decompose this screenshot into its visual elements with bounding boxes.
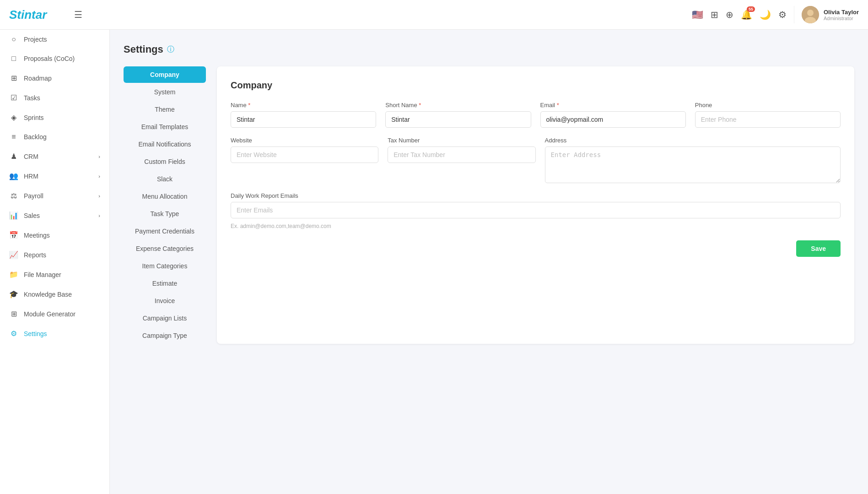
settings-nav-estimate[interactable]: Estimate [124, 275, 206, 292]
sidebar-item-label: Backlog [24, 133, 47, 141]
address-label: Address [545, 137, 841, 144]
page-title-row: Settings ⓘ [124, 43, 854, 55]
name-input[interactable] [231, 111, 376, 128]
phone-input[interactable] [695, 111, 841, 128]
sidebar-item-label: Payroll [24, 192, 43, 200]
daily-emails-label: Daily Work Report Emails [231, 192, 841, 199]
settings-icon: ⚙ [9, 329, 18, 338]
sidebar-item-label: Reports [24, 251, 46, 259]
main-layout: ○ Projects □ Proposals (CoCo) ⊞ Roadmap … [0, 30, 868, 494]
settings-nav: Company System Theme Email Templates Ema… [124, 66, 206, 344]
meetings-icon: 📅 [9, 231, 18, 239]
sidebar-item-label: Knowledge Base [24, 291, 72, 298]
avatar [802, 6, 819, 23]
address-input[interactable] [545, 147, 841, 183]
sidebar-item-label: File Manager [24, 271, 61, 278]
content-area: Settings ⓘ Company System Theme Email Te… [110, 30, 868, 494]
name-required: * [248, 102, 250, 109]
roadmap-icon: ⊞ [9, 74, 18, 82]
sidebar-item-meetings[interactable]: 📅 Meetings [0, 225, 109, 245]
sidebar: ○ Projects □ Proposals (CoCo) ⊞ Roadmap … [0, 30, 110, 494]
svg-point-1 [807, 10, 814, 16]
crosshair-icon[interactable]: ⊕ [726, 9, 733, 20]
website-label: Website [231, 137, 378, 144]
sidebar-item-roadmap[interactable]: ⊞ Roadmap [0, 68, 109, 88]
sales-icon: 📊 [9, 211, 18, 220]
sidebar-item-proposals[interactable]: □ Proposals (CoCo) [0, 49, 109, 68]
header: Stintar ☰ 🇺🇸 ⊞ ⊕ 🔔 55 🌙 ⚙ Olivia Taylor [0, 0, 868, 30]
logo: Stintar [9, 8, 47, 22]
projects-icon: ○ [9, 35, 18, 43]
name-label: Name * [231, 102, 376, 109]
sidebar-item-sprints[interactable]: ◈ Sprints [0, 108, 109, 127]
settings-nav-invoice[interactable]: Invoice [124, 293, 206, 309]
sidebar-item-payroll[interactable]: ⚖ Payroll › [0, 186, 109, 206]
sidebar-item-label: Roadmap [24, 75, 52, 82]
chevron-right-icon: › [98, 193, 100, 199]
short-name-label: Short Name * [385, 102, 531, 109]
settings-nav-expense-categories[interactable]: Expense Categories [124, 240, 206, 257]
sidebar-item-crm[interactable]: ♟ CRM › [0, 147, 109, 166]
settings-nav-campaign-type[interactable]: Campaign Type [124, 327, 206, 344]
phone-label: Phone [695, 102, 841, 109]
header-left: Stintar ☰ [9, 8, 82, 22]
language-flag-icon[interactable]: 🇺🇸 [692, 9, 703, 20]
notification-bell-icon[interactable]: 🔔 55 [741, 9, 752, 20]
form-group-daily-emails: Daily Work Report Emails Ex. admin@demo.… [231, 192, 841, 229]
settings-nav-company[interactable]: Company [124, 66, 206, 83]
short-name-required: * [419, 102, 421, 109]
form-row-1: Name * Short Name * Email [231, 102, 841, 128]
user-role: Administrator [824, 16, 859, 21]
settings-nav-task-type[interactable]: Task Type [124, 206, 206, 222]
settings-content: Company Name * Short Name * [217, 66, 854, 344]
sidebar-item-backlog[interactable]: ≡ Backlog [0, 127, 109, 147]
email-label: Email * [540, 102, 686, 109]
sidebar-item-reports[interactable]: 📈 Reports [0, 245, 109, 265]
menu-toggle-button[interactable]: ☰ [74, 9, 82, 20]
module-generator-icon: ⊞ [9, 309, 18, 318]
knowledge-base-icon: 🎓 [9, 290, 18, 299]
sidebar-item-label: Proposals (CoCo) [24, 55, 75, 62]
file-manager-icon: 📁 [9, 270, 18, 279]
sidebar-item-file-manager[interactable]: 📁 File Manager [0, 265, 109, 284]
settings-nav-theme[interactable]: Theme [124, 101, 206, 118]
chevron-right-icon: › [98, 174, 100, 179]
tax-number-input[interactable] [388, 147, 535, 163]
daily-emails-input[interactable] [231, 202, 841, 218]
sidebar-item-label: CRM [24, 153, 38, 160]
sidebar-item-projects[interactable]: ○ Projects [0, 30, 109, 49]
settings-nav-email-notifications[interactable]: Email Notifications [124, 136, 206, 152]
email-input[interactable] [540, 111, 686, 128]
email-required: * [557, 102, 559, 109]
website-input[interactable] [231, 147, 378, 163]
settings-nav-custom-fields[interactable]: Custom Fields [124, 153, 206, 170]
sidebar-item-module-generator[interactable]: ⊞ Module Generator [0, 304, 109, 324]
settings-nav-system[interactable]: System [124, 84, 206, 100]
form-group-short-name: Short Name * [385, 102, 531, 128]
settings-gear-icon[interactable]: ⚙ [778, 9, 787, 20]
form-row-2: Website Tax Number Address [231, 137, 841, 183]
short-name-input[interactable] [385, 111, 531, 128]
settings-nav-payment-credentials[interactable]: Payment Credentials [124, 223, 206, 239]
hrm-icon: 👥 [9, 172, 18, 180]
dark-mode-icon[interactable]: 🌙 [760, 9, 771, 20]
settings-nav-menu-allocation[interactable]: Menu Allocation [124, 188, 206, 205]
sidebar-item-tasks[interactable]: ☑ Tasks [0, 88, 109, 108]
form-group-phone: Phone [695, 102, 841, 128]
apps-grid-icon[interactable]: ⊞ [711, 9, 718, 20]
save-row: Save [231, 240, 841, 257]
settings-layout: Company System Theme Email Templates Ema… [124, 66, 854, 344]
settings-nav-campaign-lists[interactable]: Campaign Lists [124, 310, 206, 326]
sidebar-item-label: Tasks [24, 94, 40, 102]
sidebar-item-sales[interactable]: 📊 Sales › [0, 206, 109, 225]
save-button[interactable]: Save [796, 240, 841, 257]
form-group-website: Website [231, 137, 378, 183]
sidebar-item-settings[interactable]: ⚙ Settings [0, 324, 109, 343]
sidebar-item-knowledge-base[interactable]: 🎓 Knowledge Base [0, 284, 109, 304]
page-title: Settings [124, 43, 163, 55]
settings-nav-item-categories[interactable]: Item Categories [124, 258, 206, 274]
settings-nav-slack[interactable]: Slack [124, 171, 206, 187]
settings-nav-email-templates[interactable]: Email Templates [124, 119, 206, 135]
sidebar-item-hrm[interactable]: 👥 HRM › [0, 166, 109, 186]
form-group-tax-number: Tax Number [388, 137, 535, 183]
